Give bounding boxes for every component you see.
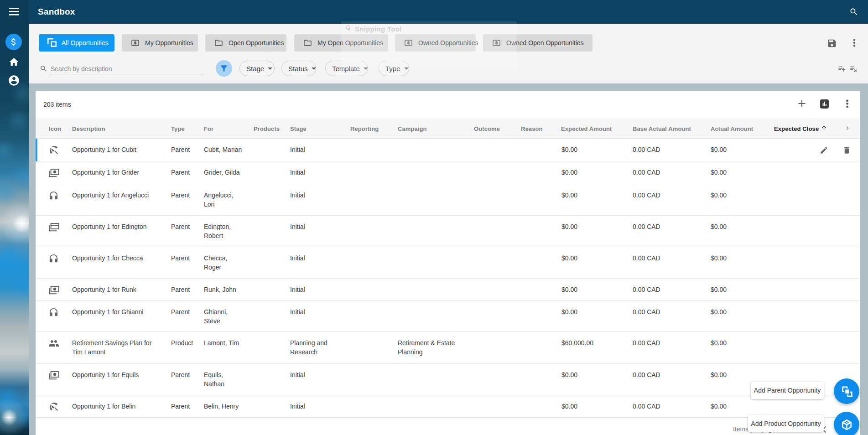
svg-text:$: $ [134,41,136,45]
